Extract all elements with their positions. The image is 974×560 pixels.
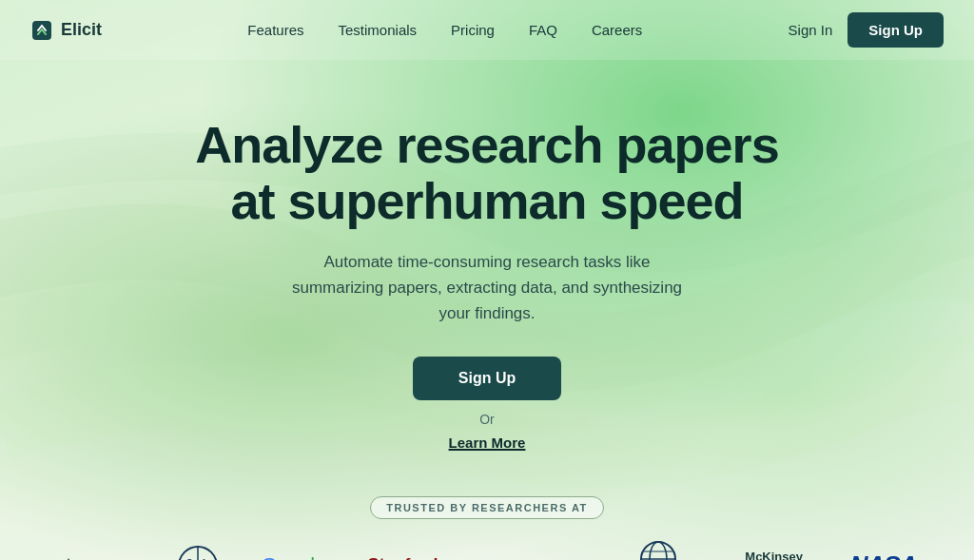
- nasa-logo: NASA: [850, 550, 917, 560]
- nav-faq[interactable]: FAQ: [529, 22, 557, 38]
- nav-actions: Sign In Sign Up: [789, 12, 944, 48]
- logos-row: GOV.UK B A Y ER Google Stanford: [58, 538, 917, 560]
- nav-testimonials[interactable]: Testimonials: [339, 22, 418, 38]
- hero-section: Analyze research papers at superhuman sp…: [0, 60, 974, 451]
- mckinsey-text: McKinsey& Company: [740, 550, 808, 560]
- signin-button[interactable]: Sign In: [789, 22, 833, 38]
- worldbank-globe-icon: [637, 538, 679, 560]
- stanford-logo: Stanford: [368, 555, 438, 560]
- brand-name: Elicit: [61, 20, 102, 40]
- mckinsey-logo: McKinsey& Company: [740, 550, 808, 560]
- nasa-text: NASA: [850, 550, 917, 560]
- nav-features[interactable]: Features: [247, 22, 303, 38]
- hero-title: Analyze research papers at superhuman sp…: [195, 117, 778, 230]
- hero-or-text: Or: [479, 412, 495, 427]
- nav-pricing[interactable]: Pricing: [451, 22, 495, 38]
- svg-point-11: [650, 542, 667, 560]
- logo[interactable]: Elicit: [30, 19, 102, 42]
- crown-icon: [58, 556, 79, 560]
- learn-more-button[interactable]: Learn More: [449, 434, 526, 451]
- svg-point-10: [641, 542, 675, 560]
- stanford-text: Stanford: [368, 555, 438, 560]
- worldbank-logo: THE WORLD BANK: [619, 538, 698, 560]
- signup-hero-button[interactable]: Sign Up: [413, 357, 561, 400]
- nav-links: Features Testimonials Pricing FAQ Career…: [247, 22, 642, 39]
- trusted-section: TRUSTED BY RESEARCHERS AT GOV.UK B A Y E…: [0, 496, 974, 560]
- trusted-badge: TRUSTED BY RESEARCHERS AT: [370, 496, 603, 519]
- bayer-logo: B A Y ER: [177, 545, 219, 560]
- nav-careers[interactable]: Careers: [592, 22, 642, 38]
- navbar: Elicit Features Testimonials Pricing FAQ…: [0, 0, 974, 60]
- govuk-logo: GOV.UK: [58, 556, 136, 560]
- bayer-circle-icon: B A Y ER: [177, 545, 219, 560]
- google-logo: Google: [261, 553, 325, 560]
- hero-subtitle: Automate time-consuming research tasks l…: [287, 249, 687, 327]
- signup-nav-button[interactable]: Sign Up: [847, 12, 944, 48]
- elicit-logo-icon: [30, 19, 53, 42]
